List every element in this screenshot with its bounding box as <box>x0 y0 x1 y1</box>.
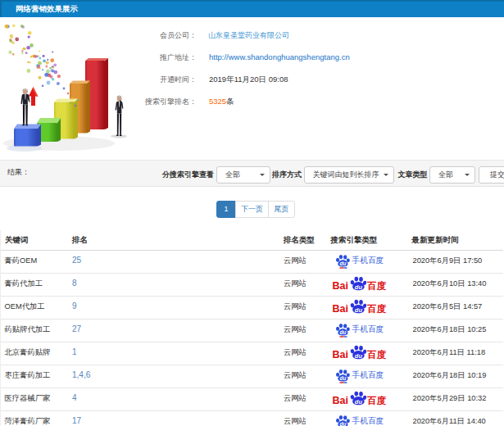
svg-text:du: du <box>355 352 363 360</box>
svg-text:百度: 百度 <box>366 280 387 291</box>
svg-text:百度: 百度 <box>366 303 387 314</box>
svg-text:Bai: Bai <box>333 280 348 292</box>
svg-text:Bai: Bai <box>333 303 348 315</box>
svg-text:Bai: Bai <box>333 349 348 360</box>
svg-text:du: du <box>355 398 363 406</box>
svg-text:du: du <box>339 329 346 335</box>
svg-text:du: du <box>339 421 346 426</box>
svg-text:du: du <box>355 283 363 291</box>
svg-text:百度: 百度 <box>366 349 387 360</box>
svg-text:Bai: Bai <box>333 395 348 406</box>
svg-text:du: du <box>355 306 363 314</box>
svg-text:du: du <box>339 375 346 381</box>
svg-text:du: du <box>339 261 346 266</box>
svg-text:百度: 百度 <box>366 395 387 406</box>
